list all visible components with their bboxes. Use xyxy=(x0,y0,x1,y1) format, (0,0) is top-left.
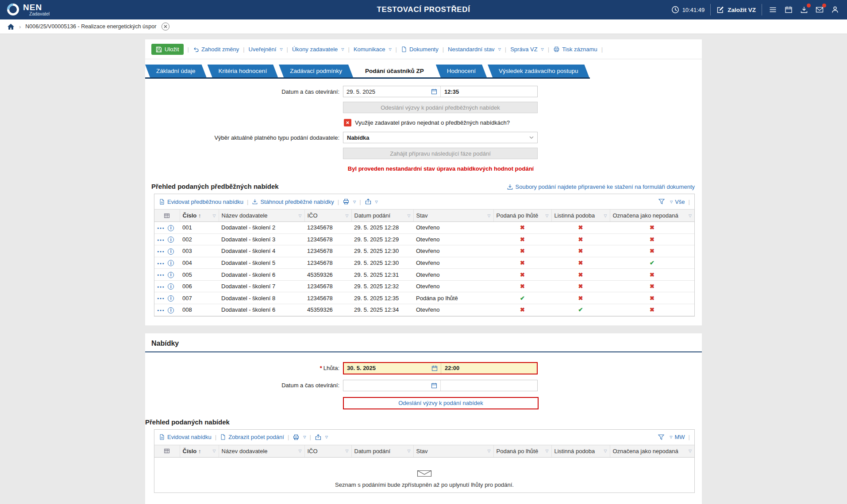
row-info-icon[interactable]: i xyxy=(168,295,174,302)
toolbar-item-contracting-actions[interactable]: Úkony zadavatele▽ xyxy=(292,46,344,53)
show-submission-count-button[interactable]: Zobrazit počet podání xyxy=(220,434,284,440)
toolbar-item-print-record[interactable]: Tisk záznamu xyxy=(553,46,597,53)
column-filter-icon[interactable]: ▽ xyxy=(213,449,216,453)
column-header[interactable]: Číslo ↑▽ xyxy=(180,210,219,222)
tab-hodnoceni[interactable]: Hodnocení xyxy=(436,65,487,77)
close-record-icon[interactable] xyxy=(162,23,169,31)
row-menu-icon[interactable]: ●●● xyxy=(157,250,165,253)
toolbar-item-documents[interactable]: Dokumenty xyxy=(401,46,439,53)
column-header[interactable]: IČO▽ xyxy=(304,445,351,457)
column-filter-icon[interactable]: ▽ xyxy=(488,449,491,453)
send-offers-invite-button[interactable]: Odeslání výzvy k podání nabídek xyxy=(343,397,539,409)
view-selector[interactable]: ▽Vše xyxy=(669,199,685,205)
column-chooser-icon[interactable] xyxy=(154,445,180,457)
column-filter-icon[interactable]: ▽ xyxy=(546,449,549,453)
row-info-icon[interactable]: i xyxy=(168,248,174,255)
column-header[interactable]: Název dodavatele▽ xyxy=(219,445,304,457)
toolbar-item-communication[interactable]: Komunikace▽ xyxy=(354,46,392,53)
column-header[interactable]: Stav▽ xyxy=(413,445,493,457)
toolbar-item-vz-administration[interactable]: Správa VZ▽ xyxy=(510,46,544,53)
calendar-picker-icon[interactable] xyxy=(431,382,437,389)
tab-zakladni-udaje[interactable]: Základní údaje xyxy=(145,65,207,77)
tab-kriteria-hodnoceni[interactable]: Kritéria hodnocení xyxy=(208,65,278,77)
print-table-button[interactable]: ▽ xyxy=(293,434,306,441)
column-header[interactable]: Listinná podoba▽ xyxy=(551,210,610,222)
column-header[interactable]: Označena jako nepodaná▽ xyxy=(610,445,694,457)
row-menu-icon[interactable]: ●●● xyxy=(157,262,165,265)
row-info-icon[interactable]: i xyxy=(168,307,174,313)
deadline-time-value[interactable]: 22:00 xyxy=(441,363,537,374)
opening-time-value[interactable]: 12:35 xyxy=(441,86,537,97)
save-button[interactable]: Uložit xyxy=(151,44,184,55)
row-info-icon[interactable]: i xyxy=(168,272,174,278)
row-menu-icon[interactable]: ●●● xyxy=(157,273,165,276)
table-row[interactable]: ●●●i008Dodavatel - školení 64535932629. … xyxy=(154,304,694,316)
column-header[interactable]: Datum podání▽ xyxy=(351,445,413,457)
toolbar-item-discard-changes[interactable]: Zahodit změny xyxy=(193,46,239,53)
column-filter-icon[interactable]: ▽ xyxy=(346,449,349,453)
column-header[interactable]: Název dodavatele▽ xyxy=(219,210,304,222)
column-header[interactable]: Podaná po lhůtě▽ xyxy=(493,210,551,222)
column-filter-icon[interactable]: ▽ xyxy=(408,449,411,453)
tab-zadavaci-podminky[interactable]: Zadávací podmínky xyxy=(279,65,353,77)
table-row[interactable]: ●●●i006Dodavatel - školení 71234567829. … xyxy=(154,280,694,292)
calendar-picker-icon[interactable] xyxy=(431,365,438,371)
column-chooser-icon[interactable] xyxy=(154,210,180,222)
export-table-button[interactable]: ▽ xyxy=(365,198,378,205)
column-header[interactable]: Stav▽ xyxy=(413,210,493,222)
calendar-picker-icon[interactable] xyxy=(431,88,437,95)
column-filter-icon[interactable]: ▽ xyxy=(689,214,692,218)
nen-logo[interactable]: NEN Zadavatel xyxy=(0,3,50,17)
row-menu-icon[interactable]: ●●● xyxy=(157,238,165,241)
user-icon[interactable] xyxy=(830,5,840,15)
column-filter-icon[interactable]: ▽ xyxy=(546,214,549,218)
filter-icon[interactable] xyxy=(658,434,665,441)
home-icon[interactable] xyxy=(7,23,15,30)
column-header[interactable]: Označena jako nepodaná▽ xyxy=(610,210,694,222)
row-menu-icon[interactable]: ●●● xyxy=(157,297,165,300)
send-preliminary-invite-button[interactable]: Odeslání výzvy k podání předběžných nabí… xyxy=(343,102,538,113)
column-filter-icon[interactable]: ▽ xyxy=(299,214,302,218)
submission-type-select[interactable]: Nabídka xyxy=(343,132,538,143)
column-header[interactable]: IČO▽ xyxy=(304,210,351,222)
column-filter-icon[interactable]: ▽ xyxy=(488,214,491,218)
row-info-icon[interactable]: i xyxy=(168,237,174,243)
table-row[interactable]: ●●●i005Dodavatel - školení 64535932629. … xyxy=(154,269,694,281)
table-row[interactable]: ●●●i001Dodavatel - školení 21234567829. … xyxy=(154,222,694,234)
column-filter-icon[interactable]: ▽ xyxy=(689,449,692,453)
column-header[interactable]: Číslo ↑▽ xyxy=(180,445,219,457)
downloads-icon[interactable] xyxy=(799,5,809,15)
export-table-button[interactable]: ▽ xyxy=(315,434,328,441)
start-next-phase-button[interactable]: Zahájit přípravu následující fáze podání xyxy=(343,148,538,159)
register-offer-button[interactable]: Evidovat nabídku xyxy=(159,434,212,440)
table-row[interactable]: ●●●i003Dodavatel - školení 41234567829. … xyxy=(154,245,694,257)
row-menu-icon[interactable]: ●●● xyxy=(157,226,165,229)
view-selector[interactable]: ▽MW xyxy=(668,434,685,440)
offers-opening-field[interactable] xyxy=(343,380,538,391)
row-menu-icon[interactable]: ●●● xyxy=(157,309,165,312)
row-info-icon[interactable]: i xyxy=(168,225,174,231)
offers-deadline-field[interactable]: 30. 5. 2025 22:00 xyxy=(343,362,538,374)
table-row[interactable]: ●●●i007Dodavatel - školení 81234567829. … xyxy=(154,292,694,304)
column-filter-icon[interactable]: ▽ xyxy=(299,449,302,453)
toolbar-item-publication[interactable]: Uveřejnění▽ xyxy=(249,46,283,53)
column-filter-icon[interactable]: ▽ xyxy=(213,214,216,218)
column-filter-icon[interactable]: ▽ xyxy=(408,214,411,218)
create-vz-button[interactable]: Založit VZ xyxy=(716,6,756,14)
breadcrumb-item[interactable]: N006/25/V00005136 - Realizace energetick… xyxy=(25,23,156,30)
filter-icon[interactable] xyxy=(658,198,665,205)
print-table-button[interactable]: ▽ xyxy=(343,198,356,205)
table-row[interactable]: ●●●i002Dodavatel - školení 31234567829. … xyxy=(154,233,694,245)
toolbar-item-nonstandard-state[interactable]: Nestandardní stav▽ xyxy=(448,46,501,53)
download-preliminary-offers-button[interactable]: Stáhnout předběžné nabídky xyxy=(252,199,334,205)
column-filter-icon[interactable]: ▽ xyxy=(604,214,607,218)
menu-icon[interactable] xyxy=(768,5,778,15)
tab-podani-ucastniku[interactable]: Podání účastníků ZP xyxy=(354,65,435,77)
tab-vysledek-postupu[interactable]: Výsledek zadávacího postupu xyxy=(488,65,589,77)
column-filter-icon[interactable]: ▽ xyxy=(346,214,349,218)
table-row[interactable]: ●●●i004Dodavatel - školení 51234567829. … xyxy=(154,257,694,269)
calendar-header-icon[interactable] xyxy=(784,5,793,15)
row-menu-icon[interactable]: ●●● xyxy=(157,285,165,288)
column-header[interactable]: Podaná po lhůtě▽ xyxy=(493,445,551,457)
row-info-icon[interactable]: i xyxy=(168,283,174,290)
